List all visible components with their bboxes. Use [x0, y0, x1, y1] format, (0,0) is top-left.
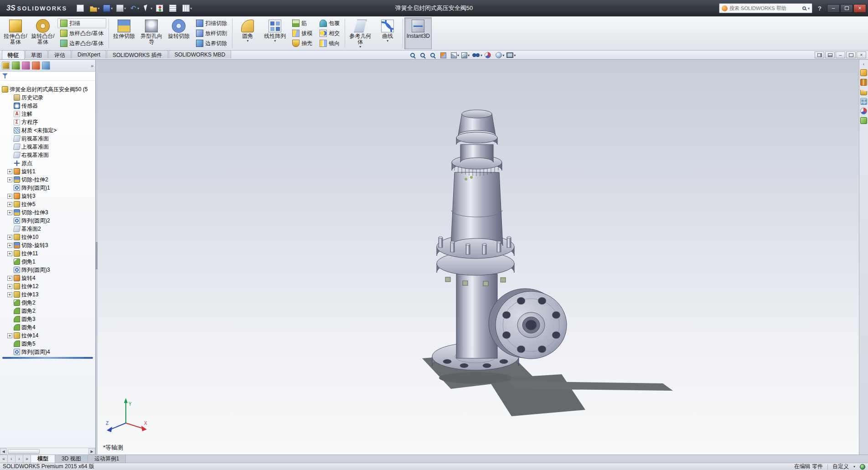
dropdown-icon[interactable]: ▾: [514, 53, 516, 57]
lofted-boss-button[interactable]: 放样凸台/基体: [57, 28, 106, 38]
tree-item[interactable]: + 阵列(圆周)3: [0, 266, 95, 274]
dropdown-icon[interactable]: ▾: [111, 6, 113, 10]
tree-item[interactable]: + 原点: [0, 159, 95, 167]
section-view-button[interactable]: ▾: [440, 51, 449, 59]
new-file-button[interactable]: ▾: [75, 3, 88, 14]
tree-item[interactable]: + 材质 <未指定>: [0, 126, 95, 134]
extruded-boss-button[interactable]: 拉伸凸台/基体: [2, 17, 29, 49]
expander-icon[interactable]: +: [7, 235, 12, 240]
scroll-right-icon[interactable]: ▶: [88, 448, 95, 455]
tree-item[interactable]: + 倒角2: [0, 299, 95, 307]
swept-boss-button[interactable]: 扫描: [57, 18, 106, 28]
expander-icon[interactable]: +: [7, 169, 12, 174]
dimxpertmanager-tab[interactable]: [32, 62, 40, 70]
dropdown-icon[interactable]: ▾: [274, 39, 276, 42]
expander-icon[interactable]: +: [7, 177, 12, 182]
pane-split-vertical-button[interactable]: [815, 52, 824, 58]
extruded-cut-button[interactable]: 拉伸切除: [110, 17, 138, 49]
dropdown-icon[interactable]: ▾: [190, 6, 192, 10]
tab-scroll-first-icon[interactable]: «: [0, 455, 8, 463]
expander-icon[interactable]: +: [7, 194, 12, 199]
model-3d-safety-valve[interactable]: [98, 60, 859, 455]
boundary-boss-button[interactable]: 边界凸台/基体: [57, 38, 106, 48]
tp-properties-icon[interactable]: [860, 117, 867, 124]
tree-item[interactable]: + 阵列(圆周)4: [0, 348, 95, 356]
wrap-button[interactable]: 包覆: [317, 18, 342, 28]
close-button[interactable]: ×: [853, 4, 866, 13]
tree-item[interactable]: + 切除-拉伸2: [0, 176, 95, 184]
tab-dimxpert[interactable]: DimXpert: [72, 50, 106, 58]
outlet-flange[interactable]: [489, 289, 567, 359]
expander-icon[interactable]: +: [7, 333, 12, 338]
swept-cut-button[interactable]: 扫描切除: [193, 18, 230, 28]
tab-solidworks-mbd[interactable]: SOLIDWORKS MBD: [169, 50, 231, 58]
reference-geometry-button[interactable]: 参考几何体 ▾: [346, 17, 374, 49]
undo-button[interactable]: ▾: [128, 3, 140, 14]
help-search-box[interactable]: ▾: [719, 3, 812, 13]
tree-item[interactable]: + 旋转1: [0, 167, 95, 176]
panel-horizontal-scrollbar[interactable]: ◀ ▶: [0, 448, 95, 455]
tab-scroll-last-icon[interactable]: »: [23, 455, 31, 463]
select-button[interactable]: ▾: [141, 3, 154, 14]
view-settings-button[interactable]: ▾: [506, 51, 516, 59]
instant3d-button[interactable]: Instant3D: [404, 17, 432, 49]
expander-icon[interactable]: +: [7, 243, 12, 248]
mirror-button[interactable]: 镜向: [317, 38, 342, 48]
tree-item[interactable]: + 拉伸14: [0, 331, 95, 340]
tree-item[interactable]: + 阵列(圆周)1: [0, 184, 95, 192]
expander-icon[interactable]: +: [7, 251, 12, 256]
dropdown-icon[interactable]: ▾: [468, 53, 470, 57]
tab-evaluate[interactable]: 评估: [48, 50, 71, 58]
maximize-button[interactable]: [840, 4, 853, 13]
rib-button[interactable]: 筋: [289, 18, 315, 28]
fillet-button[interactable]: 圆角 ▾: [234, 17, 261, 49]
curves-button[interactable]: 曲线 ▾: [374, 17, 401, 49]
revolved-cut-button[interactable]: 旋转切除: [165, 17, 192, 49]
featuremanager-tree-tab[interactable]: [2, 62, 10, 70]
search-icon[interactable]: [802, 6, 806, 10]
zoom-area-button[interactable]: ▾: [420, 51, 428, 59]
dropdown-icon[interactable]: ▾: [457, 53, 459, 57]
rollback-bar[interactable]: [2, 357, 93, 359]
tree-item[interactable]: + 上视基准面: [0, 143, 95, 151]
dropdown-icon[interactable]: ▾: [124, 6, 126, 10]
expander-icon[interactable]: +: [7, 202, 12, 207]
tree-item[interactable]: + 倒角1: [0, 258, 95, 266]
tree-item[interactable]: + 前视基准面: [0, 134, 95, 143]
tree-item[interactable]: + 圆角4: [0, 323, 95, 331]
hide-show-items-button[interactable]: ▾: [472, 51, 482, 59]
tp-library-icon[interactable]: [860, 79, 867, 86]
dropdown-icon[interactable]: ▾: [150, 6, 152, 10]
scroll-left-icon[interactable]: ◀: [0, 448, 7, 455]
minimize-button[interactable]: –: [827, 4, 840, 13]
rebuild-button[interactable]: ▾: [155, 3, 167, 14]
dropdown-icon[interactable]: ▾: [502, 53, 504, 57]
expander-icon[interactable]: +: [7, 210, 12, 215]
zoom-fit-button[interactable]: ▾: [410, 51, 418, 59]
spring-cap[interactable]: [456, 110, 497, 162]
tree-item[interactable]: + 圆角5: [0, 340, 95, 348]
tree-item[interactable]: + 旋转3: [0, 192, 95, 200]
tree-root-part[interactable]: 弹簧全启封闭式高压安全阀50 (5: [0, 85, 95, 93]
tree-item[interactable]: + 拉伸12: [0, 282, 95, 290]
linear-pattern-button[interactable]: 线性阵列 ▾: [261, 17, 289, 49]
panel-overflow-chevron[interactable]: »: [91, 63, 93, 68]
bonnet[interactable]: [451, 172, 503, 246]
tab-model[interactable]: 模型: [31, 455, 55, 463]
hole-wizard-button[interactable]: 异型孔向导: [138, 17, 165, 49]
expander-icon[interactable]: +: [7, 284, 12, 289]
expander-icon[interactable]: +: [7, 276, 12, 281]
view-orientation-button[interactable]: ▾: [451, 51, 459, 59]
apply-scene-button[interactable]: ▾: [496, 51, 504, 59]
file-properties-button[interactable]: ▾: [168, 3, 180, 14]
previous-view-button[interactable]: ▾: [430, 51, 438, 59]
shell-button[interactable]: 抽壳: [289, 38, 315, 48]
tree-item[interactable]: + 旋转4: [0, 274, 95, 282]
tree-item[interactable]: + 切除-旋转3: [0, 241, 95, 249]
propertymanager-tab[interactable]: [12, 62, 20, 70]
dropdown-icon[interactable]: ▾: [853, 465, 855, 469]
tree-item[interactable]: + 拉伸10: [0, 233, 95, 241]
tab-sketch[interactable]: 草图: [25, 50, 48, 58]
help-button[interactable]: ?: [815, 4, 824, 13]
lofted-cut-button[interactable]: 放样切割: [193, 28, 230, 38]
